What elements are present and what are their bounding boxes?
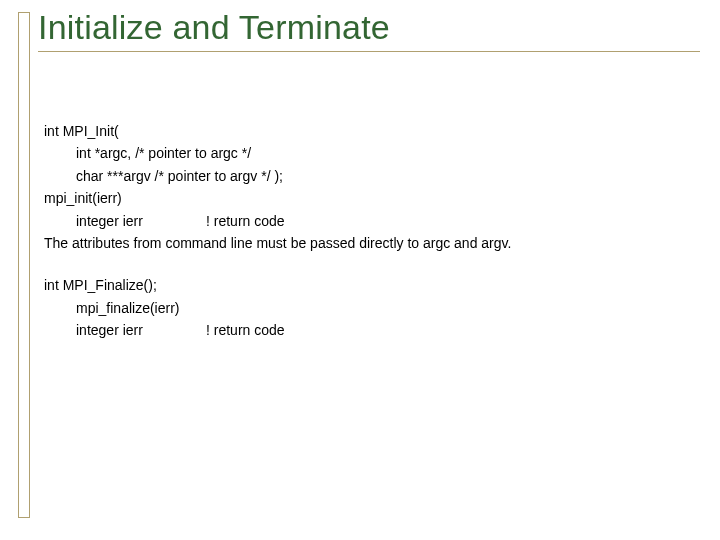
code-line: int *argc, /* pointer to argc */ [44,142,690,164]
body-text: int MPI_Init( int *argc, /* pointer to a… [44,120,690,342]
left-accent-bar [18,12,30,518]
page-title: Initialize and Terminate [38,8,700,47]
code-line: int MPI_Finalize(); [44,274,690,296]
slide: Initialize and Terminate int MPI_Init( i… [0,0,720,540]
code-text: integer ierr [76,319,206,341]
code-text: integer ierr [76,210,206,232]
code-line: mpi_init(ierr) [44,187,690,209]
code-line: char ***argv /* pointer to argv */ ); [44,165,690,187]
code-comment: ! return code [206,319,285,341]
code-line: integer ierr! return code [44,319,690,341]
title-underline [38,51,700,52]
code-line: integer ierr! return code [44,210,690,232]
code-line: mpi_finalize(ierr) [44,297,690,319]
title-area: Initialize and Terminate [38,8,700,52]
description-line: The attributes from command line must be… [44,232,690,254]
code-comment: ! return code [206,210,285,232]
code-line: int MPI_Init( [44,120,690,142]
spacer [44,254,690,274]
